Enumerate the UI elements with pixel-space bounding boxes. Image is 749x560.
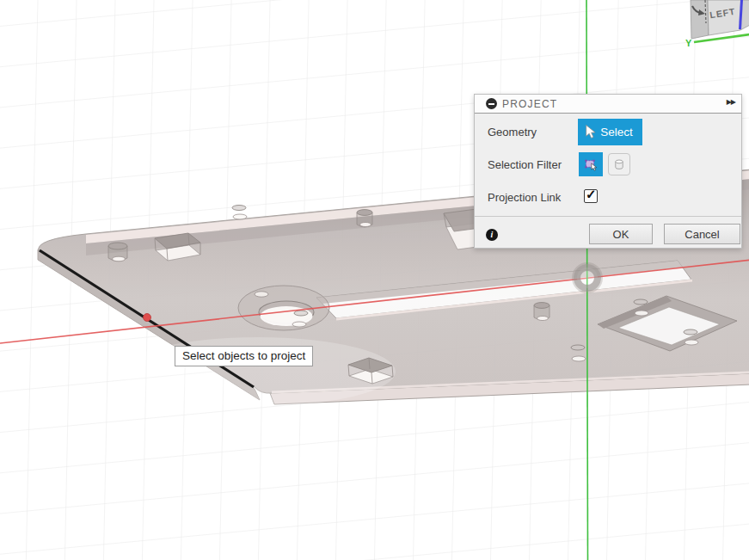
origin-marker[interactable] xyxy=(573,263,602,292)
dialog-title: PROJECT xyxy=(502,98,557,110)
selection-filter-label: Selection Filter xyxy=(488,158,562,171)
fusion-viewport: LEFT Y Select objects to project PROJECT… xyxy=(0,0,749,560)
expand-fast-forward-icon[interactable]: ▶▶ xyxy=(727,98,735,106)
viewcube-blue-edge xyxy=(740,0,742,29)
dialog-header[interactable]: PROJECT ▶▶ xyxy=(475,95,741,114)
filter-body-type-button[interactable] xyxy=(608,153,630,175)
dialog-footer-separator xyxy=(475,216,741,217)
geometry-select-button[interactable]: Select xyxy=(578,119,642,145)
cursor-arrow-icon xyxy=(586,125,596,139)
filter-body-button-active[interactable] xyxy=(579,152,603,176)
project-dialog: PROJECT ▶▶ Geometry Select Selection Fil… xyxy=(474,94,742,249)
selection-window-icon xyxy=(584,156,598,174)
projection-link-checkbox[interactable]: ✓ xyxy=(584,189,598,203)
checkmark-icon: ✓ xyxy=(586,187,597,202)
cylinder-body-icon xyxy=(614,156,624,174)
ok-button[interactable]: OK xyxy=(589,224,653,244)
viewport-3d-canvas[interactable]: LEFT Y xyxy=(0,0,749,560)
info-icon[interactable]: i xyxy=(486,229,498,241)
collapse-dot-icon[interactable] xyxy=(486,98,497,109)
projection-link-label: Projection Link xyxy=(488,191,561,204)
standoff-cylinder xyxy=(534,303,549,321)
geometry-select-label: Select xyxy=(600,126,633,138)
geometry-label: Geometry xyxy=(488,126,537,138)
status-tooltip: Select objects to project xyxy=(175,346,313,366)
standoff-cylinder xyxy=(357,210,372,227)
cancel-button[interactable]: Cancel xyxy=(664,224,740,244)
viewcube-y-axis-label: Y xyxy=(685,38,692,48)
standoff-cylinder xyxy=(108,243,127,262)
selection-point[interactable] xyxy=(144,314,151,322)
